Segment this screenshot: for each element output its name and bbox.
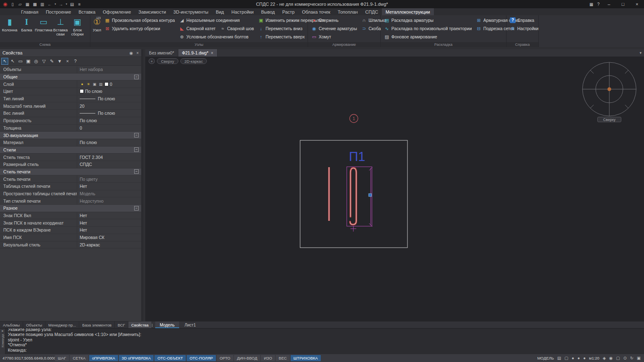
keyboard-icon[interactable]: ▦ [588,1,595,7]
tab-postroenie[interactable]: Построение [42,8,75,15]
close-button[interactable]: × [630,0,644,8]
help-reference-button[interactable]: ? Справка [508,16,541,24]
save-icon[interactable]: ▦ [24,1,31,7]
bolt-symbols-button[interactable]: ⊕ Условные обозначения болтов [177,33,256,41]
layer-color-swatch[interactable] [104,82,109,86]
panel-tab-vsg[interactable]: ВСГ [115,322,128,328]
annotation-scale-button[interactable]: м1:20 [589,356,599,360]
property-row-plot-style[interactable]: Стиль печати По цвету [0,175,141,183]
collapse-icon[interactable]: − [134,75,139,79]
clear-selection-icon[interactable]: × [64,58,71,65]
bar-layout-button[interactable]: ▤ Раскладка арматуры [382,16,474,24]
viewport-lock-icon[interactable]: ▢ [564,356,568,360]
section-header-plot-style[interactable]: Стиль печати − [0,168,141,176]
tab-zavisimosti[interactable]: Зависимости [135,8,170,15]
save-all-icon[interactable]: ▩ [31,1,38,7]
tab-oblaka-tochek[interactable]: Облака точек [298,8,334,15]
customize-toolbar-icon[interactable]: ≡ [76,1,83,7]
viewport-visual-style-button[interactable]: 2D-каркас [180,58,207,64]
node-button[interactable]: 123 ① Узел [92,16,102,42]
property-row-plot-style-type[interactable]: Тип стилей печати Недоступно [0,197,141,205]
regen-icon[interactable]: ↻ [630,356,633,360]
panel-tab-albums[interactable]: Альбомы [0,322,23,328]
toggle-step[interactable]: ШАГ [55,355,69,361]
property-row-color[interactable]: Цвет По слою [0,88,141,95]
select-window-icon[interactable]: ▭ [17,58,24,65]
open-file-icon[interactable]: ▱ [17,1,24,7]
tab-nastroyki[interactable]: Настройки [228,8,258,15]
orbit-3d-icon[interactable]: ◉ [609,356,613,360]
panel-tab-manager[interactable]: Менеджер пр... [45,322,79,328]
collapse-icon[interactable]: − [134,147,139,152]
property-row-layer[interactable]: Слой ● ☀ ▣ ▤ 0 [0,80,141,88]
display-settings-icon[interactable]: ▤ [69,1,76,7]
tab-vid[interactable]: Вид [212,8,228,15]
collapse-icon[interactable]: − [134,169,139,174]
document-close-icon[interactable]: × [211,51,213,55]
property-row-visual-style[interactable]: Визуальный стиль 2D-каркас [0,241,141,249]
fixed-joints-button[interactable]: ◢ Неразъемные соединения [177,16,256,24]
toggle-iso[interactable]: ИЗО [261,355,275,361]
toggle-grid[interactable]: СЕТКА [70,355,88,361]
property-row-plot-style-table[interactable]: Таблица стилей печати Нет [0,183,141,190]
property-row-objects[interactable]: Объекты Нет набора [0,66,141,73]
trim-contour-button[interactable]: ▦ Произвольная обрезка контура [102,16,177,24]
section-header-general[interactable]: Общие − [0,73,141,81]
tab-model[interactable]: Модель [155,322,179,328]
zoom-icon[interactable]: ⊙ [623,356,627,360]
property-row-linetype-scale[interactable]: Масштаб типа линий 20 [0,102,141,110]
assembly-block-button[interactable]: ▣ Блок сборки [69,16,86,42]
command-window-side-tab[interactable]: × Команда [0,329,5,354]
collapse-icon[interactable]: − [134,206,139,211]
panel-close-icon[interactable]: × [136,51,139,55]
tab-vyvod[interactable]: Вывод [257,8,278,15]
properties-help-icon[interactable]: ? [72,58,79,65]
select-crossing-icon[interactable]: ▣ [25,58,32,65]
beam-button[interactable]: I Балка [18,16,35,42]
screen-icon[interactable]: ▢ [616,356,620,360]
pan-icon[interactable]: ◈ [603,356,606,360]
command-prompt[interactable]: Команда: [8,348,642,353]
property-row-ucs-name[interactable]: Имя ПСК Мировая СК [0,234,141,241]
tab-vstavka[interactable]: Вставка [75,8,99,15]
navigation-compass[interactable] [582,62,636,116]
command-close-icon[interactable]: × [1,329,3,333]
layout-switch-icon[interactable]: ▤ [557,356,561,360]
layer-lock-icon[interactable]: ▣ [92,82,97,87]
viewport-menu-button[interactable]: + [149,58,155,64]
toggle-dyn-input[interactable]: ДИН-ВВОД [234,355,260,361]
tab-topoplan[interactable]: Топоплан [334,8,362,15]
pile-insert-button[interactable]: ⊥ Вставка сваи [52,16,69,42]
quick-select-icon[interactable]: ◎ [33,58,40,65]
drawing-canvas[interactable]: 1 П1 [145,57,644,321]
filter-icon[interactable]: ▽ [40,58,47,65]
section-header-3d-visualization[interactable]: 3D-визуализация − [0,132,141,139]
new-file-icon[interactable]: ▯ [9,1,16,7]
layer-freeze-icon[interactable]: ☀ [86,82,91,87]
rebar-button[interactable]: ● Стержень [309,16,359,24]
command-history[interactable]: Укажите размер узла: Укажите позицию узл… [5,329,644,354]
minimize-button[interactable]: – [602,0,616,8]
help-icon[interactable]: ? [595,1,602,7]
property-row-ucs-per-viewport[interactable]: ПСК в каждом ВЭкране Нет [0,227,141,234]
toggle-lineweight[interactable]: ВЕС [276,355,290,361]
column-button[interactable]: ▮ Колонна [1,16,18,42]
undo-caret-icon[interactable]: ▾ [54,1,57,7]
property-row-plot-table-space[interactable]: Пространство таблицы стилей печати Модел… [0,190,141,198]
layer-on-icon[interactable]: ● [80,82,85,87]
select-append-icon[interactable]: ↖ [1,58,8,65]
property-row-ucs-icon-origin[interactable]: Знак ПСК в начале координат Нет [0,219,141,227]
property-row-transparency[interactable]: Прозрачность По слою [0,117,141,125]
print-icon[interactable]: ▥ [39,1,46,7]
panel-tab-properties[interactable]: Свойства [128,322,152,328]
tab-metallokonstruktsii[interactable]: Металлоконструкции [382,8,434,15]
document-tab-current[interactable]: Ф21.9-1.dwg* × [178,49,218,57]
tab-oformlenie[interactable]: Оформление [99,8,135,15]
rebar-section-button[interactable]: ◉ Сечение арматуры [309,24,359,33]
document-tab-unnamed[interactable]: Без имени0* [145,49,178,57]
toggle-hatch[interactable]: ШТРИХОВКА [291,355,321,361]
document-list-chevron-icon[interactable]: ▾ [639,51,642,55]
maximize-button[interactable]: □ [616,0,630,8]
filter-edit-icon[interactable]: ✎ [48,58,55,65]
settings-button[interactable]: ⚙ Настройки [508,24,541,33]
